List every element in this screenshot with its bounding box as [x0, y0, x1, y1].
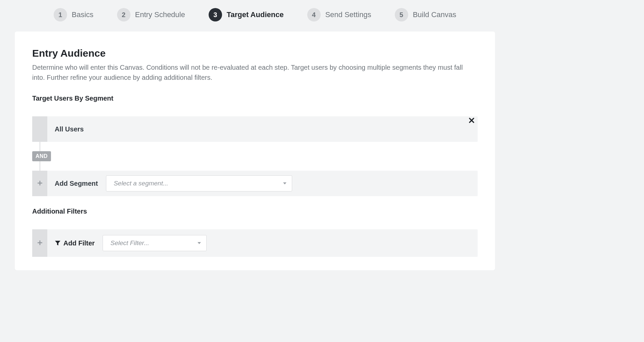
step-label: Build Canvas	[413, 10, 457, 19]
step-label: Send Settings	[325, 10, 371, 19]
filter-row-add: Add Filter Select Filter...	[32, 229, 478, 257]
page-description: Determine who will enter this Canvas. Co…	[32, 62, 475, 82]
add-filter-label-group: Add Filter	[55, 239, 95, 247]
segment-row-selected: All Users	[32, 116, 478, 142]
step-number: 2	[117, 8, 130, 21]
chevron-down-icon	[198, 242, 201, 244]
add-segment-handle[interactable]	[32, 171, 47, 196]
plus-icon	[38, 180, 42, 187]
step-number: 4	[307, 8, 321, 21]
close-icon	[469, 116, 474, 125]
segment-select-placeholder: Select a segment...	[114, 180, 168, 187]
segment-builder: AND All Users Add Segment	[32, 116, 478, 196]
plus-icon	[38, 240, 42, 247]
step-label: Entry Schedule	[135, 10, 185, 19]
add-filter-label: Add Filter	[63, 239, 95, 247]
join-operator-badge: AND	[32, 151, 51, 161]
segment-row-add: Add Segment Select a segment...	[32, 171, 478, 196]
wizard-stepper: 1 Basics 2 Entry Schedule 3 Target Audie…	[0, 0, 510, 32]
filter-select[interactable]: Select Filter...	[103, 235, 207, 251]
add-segment-label: Add Segment	[55, 180, 98, 187]
step-label: Basics	[72, 10, 94, 19]
segment-select[interactable]: Select a segment...	[106, 175, 292, 191]
segment-name: All Users	[55, 125, 84, 133]
filter-select-placeholder: Select Filter...	[110, 239, 149, 247]
step-send-settings[interactable]: 4 Send Settings	[307, 8, 371, 21]
segment-drag-handle[interactable]	[32, 116, 47, 142]
step-entry-schedule[interactable]: 2 Entry Schedule	[117, 8, 185, 21]
segments-heading: Target Users By Segment	[32, 95, 478, 102]
step-build-canvas[interactable]: 5 Build Canvas	[395, 8, 457, 21]
step-number: 5	[395, 8, 408, 21]
step-number: 1	[54, 8, 67, 21]
add-filter-handle[interactable]	[32, 229, 47, 257]
step-basics[interactable]: 1 Basics	[54, 8, 94, 21]
chevron-down-icon	[283, 182, 286, 184]
page-title: Entry Audience	[32, 48, 478, 59]
filters-heading: Additional Filters	[32, 208, 478, 215]
step-number: 3	[209, 8, 222, 21]
funnel-icon	[55, 240, 61, 246]
step-target-audience[interactable]: 3 Target Audience	[209, 8, 284, 21]
step-label: Target Audience	[227, 10, 284, 19]
content-card: Entry Audience Determine who will enter …	[15, 32, 495, 270]
remove-segment-button[interactable]	[466, 116, 478, 125]
